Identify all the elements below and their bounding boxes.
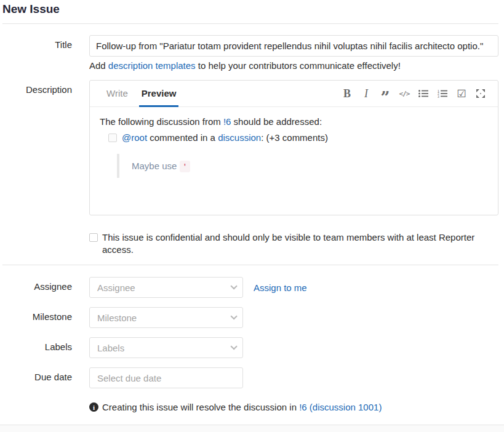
confidential-label: This issue is confidential and should on… [102, 231, 491, 256]
fullscreen-icon[interactable] [473, 86, 488, 101]
labels-label: Labels [2, 337, 72, 352]
discussion-link[interactable]: discussion [218, 132, 261, 143]
assignee-row: Assignee Assignee Assign to me [2, 277, 498, 298]
svg-text:3: 3 [438, 95, 439, 98]
task-checkbox [108, 134, 117, 142]
preview-text: should be addressed: [231, 116, 322, 127]
page-title: New Issue [2, 2, 498, 23]
task-text-mid: commented in a [147, 132, 218, 143]
markdown-preview: The following discussion from !6 should … [90, 107, 498, 187]
new-issue-page: New Issue Title Add description template… [0, 0, 504, 432]
labels-select[interactable]: Labels [89, 337, 243, 358]
editor-header: Write Preview B I ” </> [90, 81, 498, 107]
confidential-checkbox[interactable] [89, 233, 98, 242]
markdown-editor: Write Preview B I ” </> [89, 80, 498, 215]
chevron-down-icon [230, 313, 237, 319]
assignee-placeholder: Assignee [97, 282, 230, 293]
description-templates-link[interactable]: description templates [108, 60, 196, 71]
task-list-item: @root commented in a discussion: (+3 com… [108, 132, 488, 143]
task-text-suffix: : (+3 comments) [261, 132, 328, 143]
section-divider [2, 265, 498, 265]
assignee-select[interactable]: Assignee [89, 277, 243, 298]
milestone-placeholder: Milestone [97, 313, 230, 323]
merge-request-link[interactable]: !6 [223, 116, 231, 127]
due-date-label: Due date [2, 367, 72, 382]
due-date-row: Due date [2, 367, 498, 388]
description-row: Description Write Preview B I ” </> [2, 80, 498, 215]
confidential-row: This issue is confidential and should on… [89, 231, 498, 256]
editor-toolbar: B I ” </> [340, 81, 488, 106]
form-actions-footer [0, 425, 504, 432]
tab-write[interactable]: Write [104, 81, 130, 107]
milestone-select[interactable]: Milestone [89, 307, 243, 328]
assign-to-me-link[interactable]: Assign to me [254, 282, 307, 293]
title-label: Title [2, 35, 72, 50]
note-prefix: Creating this issue will resolve the dis… [102, 402, 299, 412]
help-suffix: to help your contributors communicate ef… [196, 60, 401, 71]
title-input[interactable] [89, 35, 498, 57]
description-label: Description [2, 80, 72, 95]
task-list-icon[interactable]: ☑ [454, 86, 469, 101]
task-text: @root commented in a discussion: (+3 com… [122, 132, 328, 143]
user-link[interactable]: @root [122, 132, 147, 143]
chevron-down-icon [230, 282, 237, 289]
numbered-list-icon[interactable]: 1 2 3 [435, 86, 450, 101]
title-row: Title Add description templates to help … [2, 35, 498, 71]
milestone-row: Milestone Milestone [2, 307, 498, 328]
info-icon: i [89, 402, 98, 412]
tab-preview[interactable]: Preview [139, 81, 179, 107]
new-issue-form: Title Add description templates to help … [2, 24, 498, 412]
blockquote-icon[interactable]: ” [378, 86, 393, 101]
chevron-down-icon [230, 343, 237, 350]
bullet-list-icon[interactable] [416, 86, 431, 101]
resolve-discussion-link[interactable]: !6 (discussion 1001) [299, 402, 382, 412]
due-date-input[interactable] [89, 367, 243, 388]
labels-placeholder: Labels [97, 343, 230, 353]
bold-icon[interactable]: B [340, 86, 354, 101]
preview-paragraph: The following discussion from !6 should … [100, 116, 488, 127]
resolve-note: i Creating this issue will resolve the d… [89, 402, 498, 412]
preview-blockquote: Maybe use ' [117, 154, 488, 178]
note-text: Creating this issue will resolve the dis… [102, 402, 382, 412]
assignee-label: Assignee [2, 277, 72, 292]
labels-row: Labels Labels [2, 337, 498, 358]
preview-text: The following discussion from [100, 116, 223, 127]
italic-icon[interactable]: I [359, 86, 374, 101]
help-prefix: Add [89, 60, 108, 71]
milestone-label: Milestone [2, 307, 72, 322]
inline-code: ' [180, 161, 191, 172]
quote-text: Maybe use [132, 161, 180, 171]
code-icon[interactable]: </> [397, 86, 412, 101]
title-help-text: Add description templates to help your c… [89, 60, 498, 71]
